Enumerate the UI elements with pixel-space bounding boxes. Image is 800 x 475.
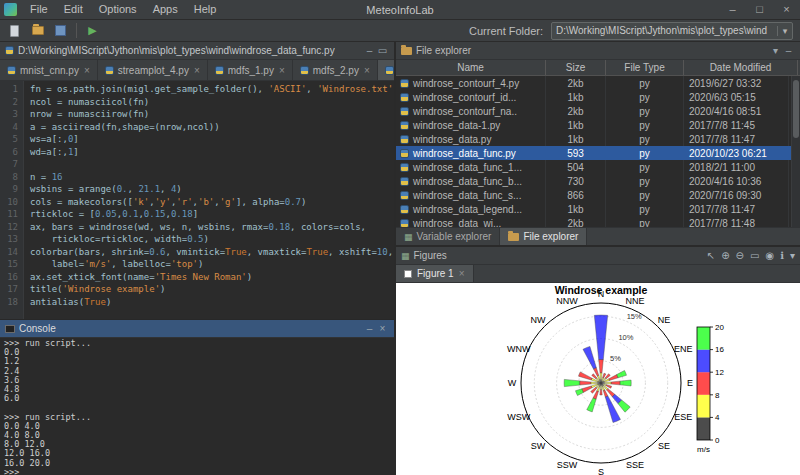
editor-tab-label: streamplot_4.py xyxy=(118,65,189,76)
tab-close-icon[interactable]: × xyxy=(194,65,200,76)
figures-icon: ▦ xyxy=(401,251,410,261)
python-file-icon xyxy=(300,66,309,75)
tab-close-icon[interactable]: × xyxy=(279,65,285,76)
code-line: label='m/s', labelloc='top') xyxy=(30,258,394,271)
panel-menu-icon[interactable]: ▾ xyxy=(790,250,795,261)
explorer-bottom-tabs: ▦Variable explorerFile explorer xyxy=(396,227,800,245)
new-file-button[interactable] xyxy=(5,22,24,40)
combobox-dropdown-icon[interactable]: ▾ xyxy=(777,26,792,36)
scrollbar-thumb[interactable] xyxy=(793,80,799,138)
minimize-icon[interactable]: – xyxy=(363,45,376,56)
run-script-button[interactable]: ▶ xyxy=(83,22,102,40)
info-icon[interactable]: ℹ xyxy=(780,250,784,261)
minimize-icon[interactable]: – xyxy=(782,45,795,56)
editor-file-path: D:\Working\MIScript\Jython\mis\plot_type… xyxy=(18,45,335,56)
zoom-out-icon[interactable]: ⊖ xyxy=(736,250,744,261)
save-icon xyxy=(55,25,66,36)
file-row[interactable]: windrose_contourf_id...1kbpy2020/6/3 05:… xyxy=(396,90,800,104)
cursor-icon[interactable]: ↖ xyxy=(707,250,715,261)
minimize-button[interactable]: – xyxy=(719,0,746,19)
current-folder-combobox[interactable]: D:\Working\MIScript\Jython\mis\plot_type… xyxy=(551,22,793,40)
menu-options[interactable]: Options xyxy=(91,0,145,19)
file-row[interactable]: windrose_data-1.py1kbpy2017/7/8 11:45 xyxy=(396,118,800,132)
close-button[interactable]: × xyxy=(773,0,800,19)
menu-file[interactable]: File xyxy=(22,0,56,19)
current-folder-value: D:\Working\MIScript\Jython\mis\plot_type… xyxy=(552,25,777,36)
code-line: rtickloc=rtickloc, width=0.5) xyxy=(30,233,394,246)
float-icon[interactable]: ▭ xyxy=(376,45,389,56)
file-modified-cell: 2020/4/16 08:51 xyxy=(684,104,789,118)
file-row[interactable]: windrose_data.py1kbpy2017/7/8 11:47 xyxy=(396,132,800,146)
file-type-cell: py xyxy=(606,118,684,132)
code-line: a = asciiread(fn,shape=(nrow,ncol)) xyxy=(30,121,394,134)
svg-text:SW: SW xyxy=(531,441,546,451)
close-icon[interactable]: × xyxy=(376,323,389,334)
panel-menu-icon[interactable]: ▾ xyxy=(769,45,782,56)
file-table: NameSizeFile TypeDate Modified windrose_… xyxy=(396,60,800,227)
file-type-cell: py xyxy=(606,174,684,188)
file-type-cell: py xyxy=(606,90,684,104)
svg-text:10%: 10% xyxy=(618,333,633,342)
console-panel: Console –× >>> run script...0.01.22.43.6… xyxy=(0,319,394,475)
python-file-icon xyxy=(400,177,409,186)
window-controls: – □ × xyxy=(719,0,800,19)
python-file-icon xyxy=(400,121,409,130)
open-file-button[interactable] xyxy=(28,22,47,40)
file-table-scrollbar[interactable] xyxy=(791,76,800,227)
zoom-in-icon[interactable]: ⊕ xyxy=(721,250,729,261)
maximize-button[interactable]: □ xyxy=(746,0,773,19)
file-name-cell: windrose_data_legend... xyxy=(396,202,546,216)
file-row[interactable]: windrose_contourf_na..2kbpy2020/4/16 08:… xyxy=(396,104,800,118)
tab-file-explorer[interactable]: File explorer xyxy=(500,228,587,245)
column-header-file-type[interactable]: File Type xyxy=(606,60,684,75)
python-file-icon xyxy=(105,66,114,75)
file-modified-cell: 2017/7/8 11:45 xyxy=(684,118,789,132)
editor-tab[interactable]: mdfs_2.py× xyxy=(293,60,378,80)
console-line: 12.0 16.0 xyxy=(4,449,390,458)
figure-tab[interactable]: Figure 1 × xyxy=(396,265,474,282)
editor-tab[interactable]: streamplot_4.py× xyxy=(98,60,208,80)
menu-edit[interactable]: Edit xyxy=(56,0,91,19)
console-output[interactable]: >>> run script...0.01.22.43.64.86.0 >>> … xyxy=(0,338,394,475)
file-row[interactable]: windrose_contourf_4.py2kbpy2019/6/27 03:… xyxy=(396,76,800,90)
code-line: rtickloc = [0.05,0.1,0.15,0.18] xyxy=(30,208,394,221)
python-file-icon xyxy=(5,46,14,55)
tab-close-icon[interactable]: × xyxy=(364,65,370,76)
file-row[interactable]: windrose_data_legend...1kbpy2017/7/8 11:… xyxy=(396,202,800,216)
figures-title: Figures xyxy=(414,250,447,261)
svg-text:NNW: NNW xyxy=(556,296,578,306)
figure-tab-close-icon[interactable]: × xyxy=(459,268,465,279)
file-row[interactable]: windrose_data_func.py593py2020/10/23 06:… xyxy=(396,146,800,160)
tab-close-icon[interactable]: × xyxy=(84,65,90,76)
menu-apps[interactable]: Apps xyxy=(145,0,186,19)
column-header-name[interactable]: Name xyxy=(396,60,546,75)
svg-text:8: 8 xyxy=(715,391,720,400)
file-row[interactable]: windrose_data_func_b...730py2020/4/16 10… xyxy=(396,174,800,188)
column-header-size[interactable]: Size xyxy=(546,60,606,75)
file-size-cell: 1kb xyxy=(546,118,606,132)
editor-tab[interactable]: windrose_data_func.py× xyxy=(378,60,394,80)
plot-area[interactable]: NNNENEENEEESESESSESSSWSWWSWWWNWNWNNW5%10… xyxy=(396,283,800,475)
file-row[interactable]: windrose_data_func_1...504py2018/2/1 11:… xyxy=(396,160,800,174)
console-line: 0.0 xyxy=(4,348,390,357)
column-header-date-modified[interactable]: Date Modified xyxy=(684,60,798,75)
file-row[interactable]: windrose_data_func_s...866py2020/7/16 09… xyxy=(396,188,800,202)
tab-variable-explorer[interactable]: ▦Variable explorer xyxy=(396,228,500,245)
file-modified-cell: 2020/6/3 05:15 xyxy=(684,90,789,104)
code-line: fn = os.path.join(migl.get_sample_folder… xyxy=(30,83,394,96)
file-size-cell: 1kb xyxy=(546,202,606,216)
tab-label: Variable explorer xyxy=(417,231,492,242)
full-extent-icon[interactable]: ▭ xyxy=(750,250,759,261)
editor-tab[interactable]: mdfs_1.py× xyxy=(208,60,293,80)
menu-help[interactable]: Help xyxy=(186,0,225,19)
file-row[interactable]: windrose_data_wi...2kbpy2017/7/8 11:48 xyxy=(396,216,800,227)
svg-text:20: 20 xyxy=(715,323,724,332)
code-editor[interactable]: 123456789101112131415161718 fn = os.path… xyxy=(0,81,394,319)
editor-tab[interactable]: mnist_cnn.py× xyxy=(0,60,98,80)
identify-icon[interactable]: ◉ xyxy=(765,250,774,261)
code-text[interactable]: fn = os.path.join(migl.get_sample_folder… xyxy=(24,81,394,319)
folder-icon xyxy=(508,233,519,241)
save-button[interactable] xyxy=(51,22,70,40)
minimize-icon[interactable]: – xyxy=(363,323,376,334)
line-number: 10 xyxy=(0,196,18,209)
